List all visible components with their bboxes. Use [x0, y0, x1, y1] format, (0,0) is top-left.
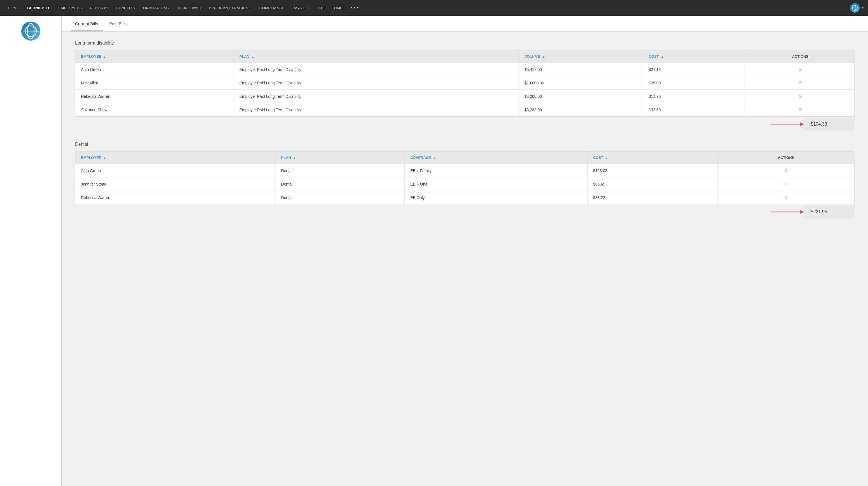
nav-employees[interactable]: EMPLOYEES [55, 0, 86, 16]
nav-home[interactable]: HOME [4, 0, 23, 16]
employee-cell: Rebecca Warren [75, 90, 234, 103]
table-row: Rebecca Warren Employer Paid Long Term D… [75, 90, 855, 103]
dental-total-container: $221.95 [771, 206, 855, 218]
ltd-section: Long term disability EMPLOYEE ▲ PLAN ▲ [75, 41, 855, 131]
gear-icon[interactable]: ⚙ [798, 81, 802, 85]
table-row: Rebecca Warren Dental EE Only $33.22 ⚙ [75, 191, 855, 204]
actions-cell: ⚙ [717, 177, 854, 191]
gear-icon[interactable]: ⚙ [798, 67, 802, 72]
plan-cell: Dental [275, 177, 405, 191]
dental-table-body: Alan Green Dental EE + Family $123.08 ⚙ … [75, 164, 855, 204]
plan-cell: Employer Paid Long Term Disability [234, 90, 519, 103]
gear-icon[interactable]: ⚙ [798, 94, 802, 99]
coverage-cell: EE + One [405, 177, 588, 191]
svg-marker-9 [800, 210, 804, 214]
plan-cell: Employer Paid Long Term Disability [234, 103, 519, 117]
dental-total-row: $221.95 [75, 206, 855, 218]
content-area: Long term disability EMPLOYEE ▲ PLAN ▲ [62, 32, 868, 239]
volume-cell: $5,417.00 [519, 63, 643, 76]
tabs-bar: Current Bills Past Bills [62, 16, 868, 32]
tab-current-bills[interactable]: Current Bills [71, 16, 102, 31]
tab-past-bills[interactable]: Past Bills [105, 16, 131, 31]
cost-cell: $32.50 [643, 103, 746, 117]
volume-cell: $3,000.00 [519, 90, 643, 103]
dental-section: Dental EMPLOYEE ▲ PLAN ▲ [75, 142, 855, 218]
gear-icon[interactable]: ⚙ [798, 108, 802, 112]
gear-icon[interactable]: ⚙ [784, 195, 788, 200]
main-content: Current Bills Past Bills Long term disab… [62, 16, 868, 486]
gear-icon[interactable]: ⚙ [784, 168, 788, 173]
table-row: Jennifer Stone Dental EE + One $65.65 ⚙ [75, 177, 855, 191]
user-menu-chevron[interactable]: ▾ [862, 6, 864, 10]
ltd-section-title: Long term disability [75, 41, 855, 46]
ltd-arrow [771, 119, 804, 129]
table-row: Alan Green Employer Paid Long Term Disab… [75, 63, 855, 76]
cost-sort-icon: ▲ [661, 55, 664, 58]
employee-cell: Nick Allen [75, 76, 234, 90]
dental-col-cost[interactable]: COST ▲ [587, 152, 717, 164]
employee-cell: Alan Green [75, 63, 234, 76]
ltd-total-container: $104.33 [771, 118, 855, 131]
svg-marker-7 [800, 122, 804, 126]
dental-cost-sort-icon: ▲ [606, 156, 608, 159]
employee-cell: Jennifer Stone [75, 177, 275, 191]
dental-coverage-sort-icon: ▲ [433, 156, 436, 159]
gear-icon[interactable]: ⚙ [784, 182, 788, 186]
user-avatar[interactable] [850, 3, 860, 12]
dental-col-employee[interactable]: EMPLOYEE ▲ [75, 152, 275, 164]
cost-cell: $65.65 [587, 177, 717, 191]
ltd-col-plan[interactable]: PLAN ▲ [234, 51, 519, 63]
nav-compliance[interactable]: COMPLIANCE [256, 0, 288, 16]
navbar: HOME BERNIEBILL EMPLOYEES REPORTS BENEFI… [0, 0, 868, 16]
employee-cell: Suzanne Shaw [75, 103, 234, 117]
plan-cell: Employer Paid Long Term Disability [234, 76, 519, 90]
cost-cell: $33.22 [587, 191, 717, 204]
plan-sort-icon: ▲ [252, 55, 254, 58]
ltd-col-employee[interactable]: EMPLOYEE ▲ [75, 51, 234, 63]
volume-cell: $10,000.00 [519, 76, 643, 90]
ltd-total-value: $104.33 [804, 118, 855, 131]
cost-cell: $39.00 [643, 76, 746, 90]
cost-cell: $123.08 [587, 164, 717, 177]
volume-sort-icon: ▲ [542, 55, 545, 58]
actions-cell: ⚙ [717, 191, 854, 204]
plan-cell: Dental [275, 164, 405, 177]
ltd-table-header: EMPLOYEE ▲ PLAN ▲ VOLUME ▲ [75, 51, 855, 63]
cost-cell: $11.70 [643, 90, 746, 103]
plan-cell: Dental [275, 191, 405, 204]
nav-time[interactable]: TIME [330, 0, 346, 16]
dental-arrow [771, 207, 804, 217]
employee-sort-icon: ▲ [103, 55, 106, 58]
dental-col-actions: ACTIONS [717, 152, 854, 164]
dental-col-plan[interactable]: PLAN ▲ [275, 152, 405, 164]
page-layout: Current Bills Past Bills Long term disab… [0, 16, 868, 486]
nav-reports[interactable]: REPORTS [87, 0, 112, 16]
employee-cell: Alan Green [75, 164, 275, 177]
ltd-col-actions: ACTIONS [746, 51, 855, 63]
table-row: Suzanne Shaw Employer Paid Long Term Dis… [75, 103, 855, 117]
ltd-total-row: $104.33 [75, 118, 855, 131]
nav-onboarding[interactable]: ONBOARDING [140, 0, 173, 16]
nav-payroll[interactable]: PAYROLL [289, 0, 313, 16]
nav-pto[interactable]: PTO [314, 0, 329, 16]
coverage-cell: EE Only [405, 191, 588, 204]
nav-benefits[interactable]: BENEFITS [113, 0, 139, 16]
nav-applicant-tracking[interactable]: APPLICANT TRACKING [206, 0, 255, 16]
nav-1094c[interactable]: 1094C/1095C [174, 0, 205, 16]
table-row: Nick Allen Employer Paid Long Term Disab… [75, 76, 855, 90]
dental-table-header: EMPLOYEE ▲ PLAN ▲ COVERAGE ▲ [75, 152, 855, 164]
dental-total-value: $221.95 [804, 206, 855, 218]
dental-plan-sort-icon: ▲ [293, 156, 296, 159]
ltd-col-cost[interactable]: COST ▲ [643, 51, 746, 63]
ltd-col-volume[interactable]: VOLUME ▲ [519, 51, 643, 63]
volume-cell: $8,333.00 [519, 103, 643, 117]
more-menu-button[interactable]: • • • [347, 5, 362, 11]
dental-table: EMPLOYEE ▲ PLAN ▲ COVERAGE ▲ [75, 151, 855, 204]
sidebar [0, 16, 62, 486]
plan-cell: Employer Paid Long Term Disability [234, 63, 519, 76]
ltd-table-body: Alan Green Employer Paid Long Term Disab… [75, 63, 855, 117]
nav-berniebill[interactable]: BERNIEBILL [24, 0, 54, 16]
dental-col-coverage[interactable]: COVERAGE ▲ [405, 152, 588, 164]
table-row: Alan Green Dental EE + Family $123.08 ⚙ [75, 164, 855, 177]
employee-cell: Rebecca Warren [75, 191, 275, 204]
